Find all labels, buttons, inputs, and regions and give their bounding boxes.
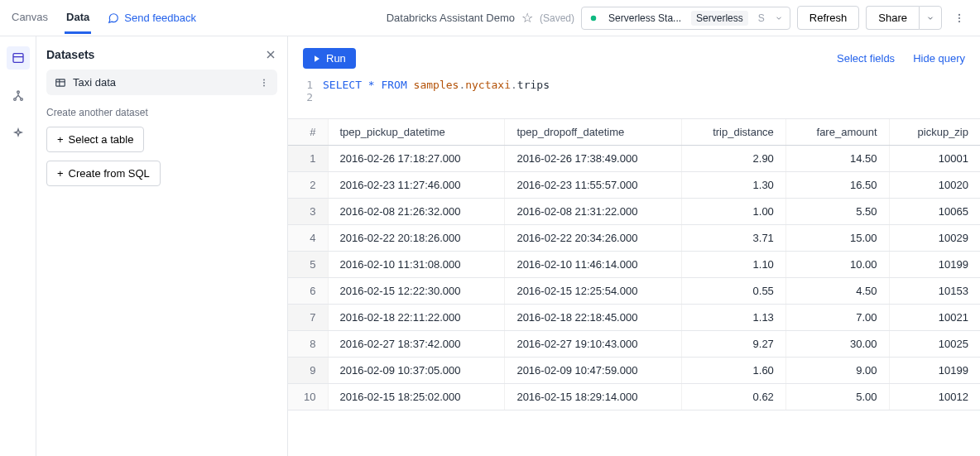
svg-point-1	[958, 13, 960, 15]
rail-schema[interactable]	[7, 84, 30, 108]
kebab-icon	[954, 12, 965, 24]
close-panel-button[interactable]	[264, 48, 277, 61]
line-number: 2	[303, 91, 323, 103]
sql-line-1: SELECT * FROM samples.nyctaxi.trips	[323, 79, 550, 91]
cell: 4	[288, 225, 328, 252]
svg-rect-11	[56, 79, 65, 85]
table-row[interactable]: 62016-02-15 12:22:30.0002016-02-15 12:25…	[288, 278, 980, 305]
tree-icon	[12, 89, 25, 103]
datasets-panel: Datasets Taxi data Create another datase…	[36, 36, 288, 456]
cell: 10029	[889, 225, 980, 252]
share-caret-button[interactable]	[919, 6, 942, 30]
cell: 10065	[889, 199, 980, 225]
rail-assistant[interactable]	[7, 122, 30, 146]
cell: 8	[288, 331, 328, 358]
svg-point-7	[13, 98, 16, 101]
star-icon[interactable]: ☆	[521, 10, 533, 26]
cell: 2016-02-09 10:37:05.000	[328, 358, 505, 384]
cell: 10012	[889, 384, 980, 410]
cell: 2016-02-10 11:46:14.000	[505, 252, 682, 278]
overflow-menu[interactable]	[949, 7, 970, 29]
compute-short: S	[753, 11, 770, 26]
table-icon	[55, 77, 66, 89]
compute-mode: Serverless	[691, 11, 748, 26]
left-rail	[0, 36, 36, 456]
cell: 1.60	[682, 358, 786, 384]
chevron-down-icon	[775, 14, 783, 22]
hide-query-link[interactable]: Hide query	[913, 52, 965, 65]
col-tpep_pickup_datetime[interactable]: tpep_pickup_datetime	[328, 119, 505, 146]
title-area: Databricks Assistant Demo ☆ (Saved)	[387, 10, 574, 26]
cell: 2016-02-10 11:31:08.000	[328, 252, 505, 278]
col-#[interactable]: #	[288, 119, 328, 146]
cell: 2016-02-23 11:55:57.000	[505, 172, 682, 199]
share-button-group: Share	[866, 6, 942, 30]
sql-editor[interactable]: 1 SELECT * FROM samples.nyctaxi.trips 2	[288, 74, 980, 119]
cell: 10	[288, 384, 328, 410]
col-trip_distance[interactable]: trip_distance	[682, 119, 786, 146]
dataset-item[interactable]: Taxi data	[46, 70, 277, 95]
table-row[interactable]: 42016-02-22 20:18:26.0002016-02-22 20:34…	[288, 225, 980, 252]
saved-status: (Saved)	[540, 12, 574, 24]
table-row[interactable]: 92016-02-09 10:37:05.0002016-02-09 10:47…	[288, 358, 980, 384]
dataset-more[interactable]	[259, 78, 269, 88]
cell: 1.30	[682, 172, 786, 199]
table-row[interactable]: 32016-02-08 21:26:32.0002016-02-08 21:31…	[288, 199, 980, 225]
cell: 10025	[889, 331, 980, 358]
table-row[interactable]: 72016-02-18 22:11:22.0002016-02-18 22:18…	[288, 305, 980, 331]
cell: 1.13	[682, 305, 786, 331]
list-icon	[12, 51, 25, 65]
cell: 9	[288, 358, 328, 384]
cell: 2016-02-27 19:10:43.000	[505, 331, 682, 358]
cell: 2016-02-27 18:37:42.000	[328, 331, 505, 358]
cell: 3	[288, 199, 328, 225]
cell: 14.50	[785, 146, 889, 172]
runbar: Run Select fields Hide query	[288, 36, 980, 74]
cell: 2016-02-18 22:18:45.000	[505, 305, 682, 331]
cell: 2	[288, 172, 328, 199]
plus-icon: +	[57, 167, 64, 180]
col-fare_amount[interactable]: fare_amount	[785, 119, 889, 146]
create-sql-label: Create from SQL	[69, 167, 150, 180]
cell: 2016-02-15 12:22:30.000	[328, 278, 505, 305]
table-row[interactable]: 102016-02-15 18:25:02.0002016-02-15 18:2…	[288, 384, 980, 410]
cell: 2016-02-23 11:27:46.000	[328, 172, 505, 199]
send-feedback-link[interactable]: Send feedback	[108, 12, 196, 24]
table-row[interactable]: 52016-02-10 11:31:08.0002016-02-10 11:46…	[288, 252, 980, 278]
cell: 30.00	[785, 331, 889, 358]
cell: 2016-02-09 10:47:59.000	[505, 358, 682, 384]
topbar: Canvas Data Send feedback Databricks Ass…	[0, 0, 980, 36]
col-pickup_zip[interactable]: pickup_zip	[889, 119, 980, 146]
run-button[interactable]: Run	[303, 48, 356, 69]
panel-title: Datasets	[46, 48, 94, 61]
col-tpep_dropoff_datetime[interactable]: tpep_dropoff_datetime	[505, 119, 682, 146]
results-table-wrap[interactable]: #tpep_pickup_datetimetpep_dropoff_dateti…	[288, 119, 980, 456]
cell: 9.27	[682, 331, 786, 358]
select-table-button[interactable]: + Select a table	[46, 127, 144, 152]
table-row[interactable]: 12016-02-26 17:18:27.0002016-02-26 17:38…	[288, 146, 980, 172]
select-fields-link[interactable]: Select fields	[837, 52, 895, 65]
play-icon	[313, 55, 321, 63]
svg-point-0	[592, 16, 596, 20]
cell: 10199	[889, 358, 980, 384]
table-row[interactable]: 82016-02-27 18:37:42.0002016-02-27 19:10…	[288, 331, 980, 358]
cell: 0.55	[682, 278, 786, 305]
select-table-label: Select a table	[69, 133, 134, 146]
kebab-icon	[259, 78, 269, 88]
share-button[interactable]: Share	[866, 6, 919, 30]
rail-datasets[interactable]	[7, 46, 30, 70]
plus-icon: +	[57, 133, 64, 146]
view-tabs: Canvas Data	[10, 2, 91, 34]
refresh-button[interactable]: Refresh	[797, 6, 860, 30]
compute-selector[interactable]: Serverless Sta... Serverless S	[581, 7, 790, 30]
cell: 0.62	[682, 384, 786, 410]
cell: 2016-02-26 17:38:49.000	[505, 146, 682, 172]
table-row[interactable]: 22016-02-23 11:27:46.0002016-02-23 11:55…	[288, 172, 980, 199]
tab-data[interactable]: Data	[65, 2, 91, 34]
cell: 7.00	[785, 305, 889, 331]
sparkle-icon	[12, 127, 25, 141]
dashboard-title: Databricks Assistant Demo	[387, 12, 515, 24]
main-area: Run Select fields Hide query 1 SELECT * …	[288, 36, 980, 456]
create-sql-button[interactable]: + Create from SQL	[46, 161, 161, 186]
tab-canvas[interactable]: Canvas	[10, 2, 50, 34]
